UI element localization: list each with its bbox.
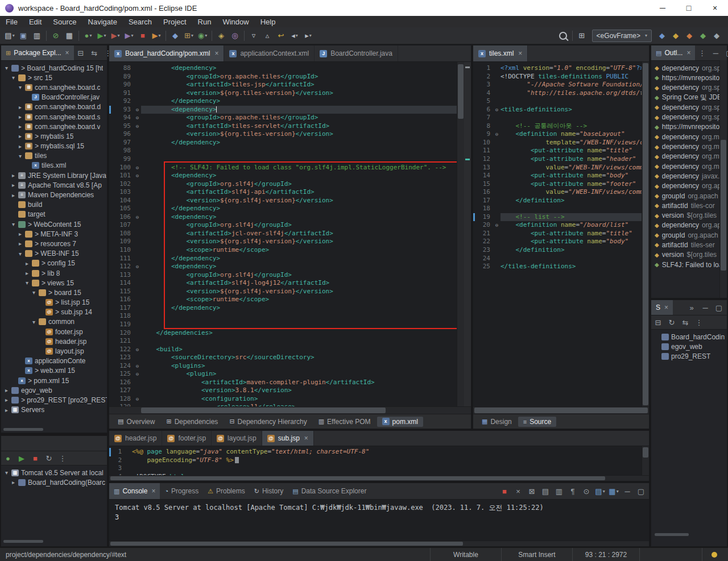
expander-icon[interactable]: ▸	[17, 123, 23, 130]
profile-button[interactable]: ▶▾	[122, 30, 136, 42]
fold-icon[interactable]: ⊖	[493, 221, 500, 230]
horizontal-scrollbar[interactable]	[109, 475, 649, 481]
horizontal-scrollbar[interactable]	[109, 406, 471, 414]
expander-icon[interactable]: ▸	[17, 240, 23, 247]
code-line-94[interactable]: 94⊖ <groupId>org.apache.tiles</groupId>	[109, 114, 471, 122]
menu-source[interactable]: Source	[47, 16, 82, 27]
code-line-99[interactable]: 99	[109, 155, 471, 164]
expander-icon[interactable]: ▾	[10, 74, 16, 81]
vertical-scrollbar[interactable]	[719, 60, 727, 298]
tab-board-hardcoding-pom-xml[interactable]: xBoard_hardCoding/pom.xml×	[109, 45, 224, 61]
tab-history[interactable]: ↻History	[250, 483, 288, 499]
outline-item-dependency[interactable]: ◆dependencyorg.myb	[651, 152, 727, 161]
build-all-button[interactable]: ▦	[63, 30, 76, 42]
code-line-1[interactable]: 1<?xml version="1.0" encoding="UTF-8"?>	[473, 64, 649, 73]
tab-effective-pom[interactable]: ▥Effective POM	[313, 417, 376, 427]
tree-item-web-xml-15[interactable]: x> web.xml 15	[1, 366, 107, 376]
tree-item-com-sanghee-board-s[interactable]: ▸⊞com.sanghee.board.s	[1, 112, 107, 122]
tab-pom-xml[interactable]: xpom.xml	[377, 417, 423, 427]
tree-item-webcontent-15[interactable]: ▾> WebContent 15	[1, 219, 107, 229]
code-line-20[interactable]: 20⊖ <definition name="/board/list"	[473, 221, 649, 230]
collapse-all-button[interactable]: ⊟	[74, 47, 88, 59]
code-line-2[interactable]: 2<!DOCTYPE tiles-definitions PUBLIC	[473, 73, 649, 81]
scroll-lock-button[interactable]: ▥	[552, 485, 566, 497]
terminate-button[interactable]: ■	[498, 485, 511, 497]
code-line-1[interactable]: 1<%@ page language="java" contentType="t…	[109, 448, 649, 456]
fold-icon[interactable]: ⊖	[134, 395, 141, 404]
expander-icon[interactable]: ▾	[24, 280, 30, 286]
back-button[interactable]: ◂▾	[288, 30, 301, 42]
new-class-button[interactable]: ◉▾	[196, 30, 209, 42]
code-line-11[interactable]: 11 <put-attribute name="title"	[473, 147, 649, 155]
tree-item-board-hardcoding-15-ht[interactable]: ▾> Board_hardCoding 15 [ht	[1, 63, 107, 73]
outline-item-version[interactable]: ◆version${org.tiles	[651, 250, 727, 260]
tab-boardcontroller-java[interactable]: JBoardController.java	[315, 45, 398, 61]
tree-item-pro29-rest[interactable]: pro29_REST	[651, 351, 727, 361]
external-tools-button[interactable]: ▶▾	[150, 30, 163, 42]
jsp-source-editor[interactable]: 1<%@ page language="java" contentType="t…	[109, 446, 649, 475]
tree-item-sub-jsp-14[interactable]: @> sub.jsp 14	[1, 307, 107, 317]
expander-icon[interactable]: ▾	[17, 153, 23, 159]
code-line-96[interactable]: 96 <version>${org.tiles-version}</versio…	[109, 130, 471, 139]
overview-ruler[interactable]	[464, 62, 471, 406]
new-java-project-button[interactable]: ◆	[168, 30, 182, 42]
code-line-24[interactable]: 24	[473, 255, 649, 263]
code-line-88[interactable]: 88 <dependency>	[109, 64, 471, 73]
collapse-all-button[interactable]: ⊟	[651, 316, 665, 329]
code-line-10[interactable]: 10 template="/WEB-INF/views/common/layou…	[473, 139, 649, 147]
code-line-106[interactable]: 106⊖ <dependency>	[109, 213, 471, 222]
code-line-8[interactable]: 8 <!-- 공통레이아웃 -->	[473, 122, 649, 131]
code-line-109[interactable]: 109 <version>${org.slf4j-version}</versi…	[109, 238, 471, 246]
pin-console-button[interactable]: ⊙	[580, 485, 593, 497]
code-line-122[interactable]: 122⊖ <build>	[109, 346, 471, 354]
new-button[interactable]: ▤▾	[3, 30, 16, 42]
code-line-23[interactable]: 23 </definition>	[473, 246, 649, 255]
fold-icon[interactable]: ⊖	[134, 114, 141, 122]
outline-item-groupid[interactable]: ◆groupIdorg.apach	[651, 230, 727, 240]
debug-perspective-button[interactable]: ◆	[696, 30, 710, 42]
run-button[interactable]: ▶▾	[95, 30, 109, 42]
minimize-button[interactable]: ─	[698, 302, 712, 313]
expander-icon[interactable]: ▸	[17, 133, 23, 139]
tree-item-build[interactable]: build	[1, 200, 107, 210]
fold-icon[interactable]: ⊖	[134, 346, 141, 354]
code-line-121[interactable]: 121	[109, 337, 471, 346]
outline-item-dependency[interactable]: ◆dependencyorg.myb	[651, 142, 727, 151]
tab-tiles-xml[interactable]: xtiles.xml×	[473, 45, 528, 61]
code-line-4[interactable]: 4 "http://tiles.apache.org/dtds/tiles-co…	[473, 89, 649, 98]
tab-source[interactable]: ≡Source	[518, 417, 556, 427]
expander-icon[interactable]: ▸	[24, 270, 30, 276]
code-line-117[interactable]: 117 </dependency>	[109, 304, 471, 313]
code-line-116[interactable]: 116 <scope>runtime</scope>	[109, 296, 471, 304]
code-line-89[interactable]: 89 <groupId>org.apache.tiles</groupId>	[109, 73, 471, 81]
outline-item-dependency[interactable]: ◆dependencyorg.spri	[651, 102, 727, 112]
code-line-102[interactable]: 102 <groupId>org.slf4j</groupId>	[109, 180, 471, 189]
horizontal-scrollbar[interactable]	[473, 406, 649, 414]
tree-item-footer-jsp[interactable]: @footer.jsp	[1, 327, 107, 336]
outline-item-slf4j-failed-to-load[interactable]: ◆SLF4J: Failed to load	[651, 260, 727, 269]
display-selected-console-button[interactable]: ▤▾	[593, 485, 607, 497]
expander-icon[interactable]: ▸	[17, 104, 23, 110]
outline-item-dependency[interactable]: ◆dependencyorg.spri	[651, 112, 727, 122]
view-menu-button[interactable]: ⋮	[695, 47, 709, 59]
code-line-118[interactable]: 118	[109, 312, 471, 321]
code-line-126[interactable]: 126 <artifactId>maven-compiler-plugin</a…	[109, 379, 471, 387]
expander-icon[interactable]: ▸	[24, 260, 30, 267]
last-edit-location-button[interactable]: ↩	[274, 30, 288, 42]
tree-item-jre-system-library-java[interactable]: ▸≡JRE System Library [Java	[1, 171, 107, 180]
code-line-98[interactable]: 98	[109, 147, 471, 155]
tree-item-config-15[interactable]: ▸> config 15	[1, 259, 107, 268]
maximize-button[interactable]: ▢	[712, 302, 726, 313]
expander-icon[interactable]: ▸	[10, 172, 16, 178]
expander-icon[interactable]: ▾	[17, 251, 23, 257]
pom-source-editor[interactable]: 88 <dependency>89 <groupId>org.apache.ti…	[109, 62, 471, 406]
tab-outline[interactable]: ▤ Outl... ×	[651, 45, 695, 60]
vertical-scrollbar[interactable]	[457, 62, 464, 406]
tree-item-maven-dependencies[interactable]: ▸≡Maven Dependencies	[1, 190, 107, 200]
outline-item-dependency[interactable]: ◆dependencyorg.spri	[651, 63, 727, 73]
close-tab-icon[interactable]: ×	[151, 487, 155, 495]
code-line-3[interactable]: 3 "-//Apache Software Foundation//DTD Ti…	[473, 81, 649, 89]
code-line-103[interactable]: 103 <artifactId>slf4j-api</artifactId>	[109, 188, 471, 197]
outline-item-dependency[interactable]: ◆dependencyjavax.se	[651, 171, 727, 181]
tree-item-mybatis-sql-15[interactable]: ▸⊞> mybatis.sql 15	[1, 142, 107, 151]
